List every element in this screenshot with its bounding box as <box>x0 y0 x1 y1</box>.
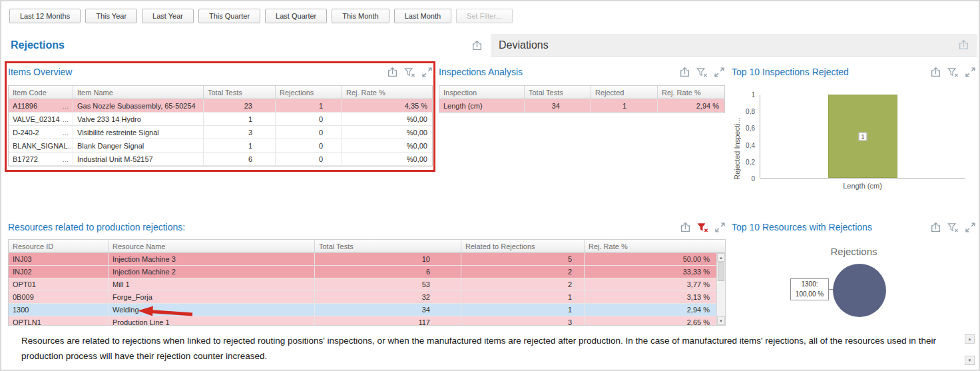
rej-rate-cell: %0,00 <box>342 113 432 125</box>
scroll-up-button[interactable]: ▲ <box>717 253 725 262</box>
rej-rate-cell: 2,94 % <box>658 99 724 112</box>
set-filter-button[interactable]: Set Filter... <box>456 9 513 23</box>
scroll-up-button[interactable]: ▲ <box>965 334 975 344</box>
scrollbar-thumb[interactable] <box>718 262 724 281</box>
expand-icon[interactable] <box>965 67 976 78</box>
column-header[interactable]: Inspection <box>439 86 525 99</box>
export-icon[interactable] <box>930 67 941 78</box>
total-tests-cell: 34 <box>315 304 461 316</box>
export-icon[interactable] <box>387 67 398 78</box>
resource-name-cell: Injection Machine 3 <box>109 253 315 265</box>
column-header[interactable]: Related to Rejections <box>461 240 585 252</box>
expand-icon[interactable] <box>714 67 725 78</box>
column-header[interactable]: Item Name <box>73 86 204 99</box>
item-name-cell: Visibilité restreinte Signal <box>73 126 204 139</box>
panel-top10-inspections: Top 10 Inspections Rejected Rejected Ins… <box>732 64 976 190</box>
active-filter-icon[interactable] <box>697 222 708 233</box>
table-scrollbar[interactable]: ▲ ▼ <box>716 253 725 325</box>
clear-filter-icon[interactable] <box>404 67 415 78</box>
item-name-cell: Blank Danger Signal <box>73 139 204 152</box>
table-row[interactable]: OPTLN1 Production Line 1 117 3 2,65 % <box>9 316 716 325</box>
rej-rate-cell: 4,35 % <box>342 99 432 112</box>
y-axis-label: Rejected Inspecti... <box>733 95 741 180</box>
filter-preset-button[interactable]: Last Month <box>394 9 451 23</box>
column-header[interactable]: Resource ID <box>9 240 109 252</box>
export-icon[interactable] <box>930 222 941 233</box>
column-header[interactable]: Rej. Rate % <box>585 240 725 252</box>
truncation-dots: ... <box>63 155 69 163</box>
column-header[interactable]: Total Tests <box>315 240 461 252</box>
filter-preset-button[interactable]: This Year <box>85 9 137 23</box>
pie-slice-label-line2: 100,00 % <box>791 289 828 299</box>
tab-rejections[interactable]: Rejections <box>3 34 491 57</box>
table-row[interactable]: Length (cm) 34 1 2,94 % <box>439 99 724 113</box>
column-header[interactable]: Rejected <box>591 86 658 99</box>
panel-toolbar <box>680 222 726 233</box>
table-row[interactable]: B17272... Industrial Unit M-52157 6 0 %0… <box>9 153 432 166</box>
filter-preset-button[interactable]: This Month <box>332 9 389 23</box>
y-tick-label: 0,4 <box>746 141 755 149</box>
clear-filter-icon[interactable] <box>947 222 959 233</box>
export-icon[interactable] <box>958 39 969 51</box>
item-code-cell: VALVE_02314... <box>9 113 73 125</box>
table-row[interactable]: INJ03 Injection Machine 3 10 5 50,00 % <box>9 253 716 266</box>
panel-items-overview: Items Overview Item CodeItem NameTotal T… <box>8 64 433 167</box>
export-icon[interactable] <box>471 40 483 51</box>
expand-icon[interactable] <box>965 222 976 233</box>
rejected-cell: 1 <box>591 99 658 112</box>
resource-name-cell: Injection Machine 2 <box>109 266 315 278</box>
panel-toolbar <box>930 222 976 233</box>
expand-icon[interactable] <box>421 67 433 78</box>
qc-dashboard: Last 12 MonthsThis YearLast YearThis Qua… <box>0 0 980 371</box>
scroll-down-button[interactable]: ▼ <box>965 356 975 365</box>
scroll-down-button[interactable]: ▼ <box>717 316 725 325</box>
table-row[interactable]: D-240-2... Visibilité restreinte Signal … <box>9 126 432 139</box>
top10-inspections-header: Top 10 Inspections Rejected <box>732 64 976 80</box>
filter-preset-button[interactable]: This Quarter <box>198 9 260 23</box>
clear-filter-icon[interactable] <box>696 67 708 78</box>
y-axis-ticks: 10,80,60,40,20 <box>741 95 757 179</box>
table-row[interactable]: OPT01 Mill 1 53 2 3,77 % <box>9 278 716 291</box>
table-row[interactable]: A11896... Gas Nozzle Subassembly, 65-502… <box>9 99 432 113</box>
export-icon[interactable] <box>679 67 690 78</box>
expand-icon[interactable] <box>714 222 726 233</box>
table-row[interactable]: 0B009 Forge_Forja 32 1 3,13 % <box>9 291 716 304</box>
filter-preset-button[interactable]: Last Year <box>142 9 194 23</box>
pie-slice[interactable] <box>833 264 886 317</box>
truncation-dots: ... <box>63 129 69 137</box>
top10-bar[interactable]: 1 <box>828 95 897 178</box>
filter-preset-button[interactable]: Last 12 Months <box>9 9 81 23</box>
table-row[interactable]: VALVE_02314... Valve 233 14 Hydro 1 0 %0… <box>9 113 432 126</box>
export-icon[interactable] <box>680 222 691 233</box>
column-header[interactable]: Item Code <box>9 86 73 99</box>
table-row[interactable]: BLANK_SIGNAL... Blank Danger Signal 1 0 … <box>9 139 432 153</box>
filter-preset-button[interactable]: Last Quarter <box>265 9 327 23</box>
tab-deviations[interactable]: Deviations <box>491 34 977 57</box>
table-row[interactable]: INJ02 Injection Machine 2 6 2 33,33 % <box>9 266 716 278</box>
items-table-header: Item CodeItem NameTotal TestsRejectionsR… <box>9 86 432 99</box>
rejections-cell: 0 <box>276 139 342 152</box>
panel-toolbar <box>387 67 433 78</box>
total-tests-cell: 53 <box>315 278 461 290</box>
table-row[interactable]: 1300 Welding 34 1 2,94 % <box>9 304 716 316</box>
panel-resources: Resources related to production rejectio… <box>8 219 726 326</box>
x-tick-label: Length (cm) <box>760 182 965 190</box>
column-header[interactable]: Resource Name <box>109 240 315 252</box>
rej-rate-cell: 3,77 % <box>585 278 716 290</box>
column-header[interactable]: Total Tests <box>204 86 276 99</box>
column-header[interactable]: Total Tests <box>525 86 591 99</box>
y-tick-label: 1 <box>751 91 755 99</box>
inspections-table: InspectionTotal TestsRejectedRej. Rate %… <box>439 85 725 113</box>
rej-rate-cell: 50,00 % <box>585 253 716 265</box>
rej-rate-cell: %0,00 <box>342 139 432 152</box>
bar-value-label: 1 <box>858 132 867 141</box>
total-tests-cell: 32 <box>315 291 461 303</box>
footer-scrollbar[interactable]: ▲ ▼ <box>965 334 975 365</box>
column-header[interactable]: Rej. Rate % <box>342 86 432 99</box>
clear-filter-icon[interactable] <box>947 67 959 78</box>
column-header[interactable]: Rejections <box>276 86 342 99</box>
resource-name-cell: Mill 1 <box>109 278 315 290</box>
rej-rate-cell: 2,94 % <box>585 304 716 316</box>
rejections-cell: 0 <box>276 126 342 139</box>
column-header[interactable]: Rej. Rate % <box>658 86 724 99</box>
